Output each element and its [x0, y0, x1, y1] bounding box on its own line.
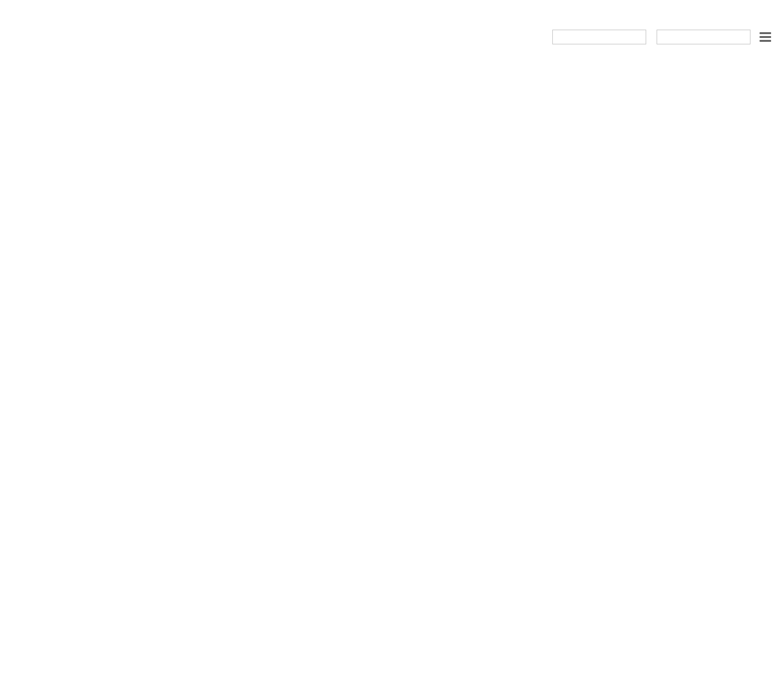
chart-controls [19, 30, 784, 44]
to-input[interactable] [657, 30, 751, 44]
chart-menu-icon[interactable] [760, 30, 771, 44]
from-input[interactable] [552, 30, 646, 44]
chart-area [19, 51, 784, 585]
